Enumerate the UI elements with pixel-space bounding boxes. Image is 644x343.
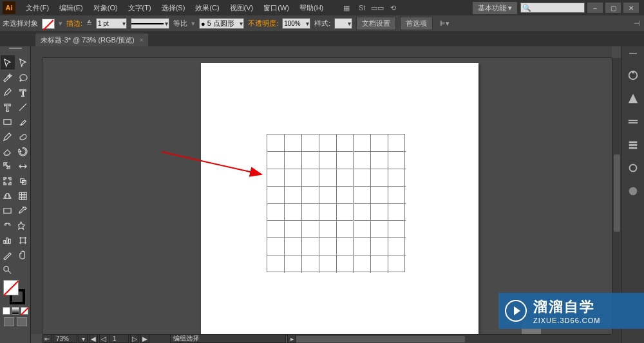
tool-selection[interactable] bbox=[1, 55, 15, 70]
tool-free-transform[interactable] bbox=[1, 174, 15, 188]
tool-hand[interactable] bbox=[16, 248, 30, 262]
close-window-button[interactable]: ✕ bbox=[623, 3, 639, 13]
tool-direct-selection[interactable] bbox=[16, 55, 30, 70]
svg-rect-7 bbox=[629, 142, 637, 144]
minimize-button[interactable]: – bbox=[587, 3, 603, 13]
tool-pencil[interactable] bbox=[1, 129, 15, 144]
tool-magic-wand[interactable] bbox=[1, 70, 15, 84]
menu-help[interactable]: 帮助(H) bbox=[294, 3, 328, 13]
fill-stroke-control[interactable] bbox=[3, 280, 28, 304]
grid-cell bbox=[302, 238, 319, 255]
tool-symbol[interactable] bbox=[16, 218, 30, 232]
tab-close-icon[interactable]: × bbox=[140, 37, 144, 44]
document-tab[interactable]: 未标题-3* @ 73% (RGB/预览) × bbox=[35, 33, 148, 46]
grid-cell bbox=[337, 221, 354, 239]
status-dropdown-icon[interactable]: ▸ bbox=[287, 334, 296, 343]
color-mode-none[interactable] bbox=[21, 307, 28, 315]
zoom-dropdown-icon[interactable]: ▾ bbox=[79, 334, 88, 343]
menu-object[interactable]: 对象(O) bbox=[88, 3, 123, 13]
menu-text[interactable]: 文字(T) bbox=[123, 3, 156, 13]
menu-effect[interactable]: 效果(C) bbox=[190, 3, 224, 13]
layers-panel-icon[interactable] bbox=[626, 184, 640, 198]
grid-cell bbox=[302, 204, 319, 221]
tool-rectangle[interactable] bbox=[1, 115, 15, 129]
bridge-icon[interactable]: ▦ bbox=[341, 3, 352, 13]
toolbox-grip[interactable] bbox=[2, 48, 29, 54]
tool-column-graph[interactable] bbox=[1, 233, 15, 247]
workspace-switcher[interactable]: 基本功能 ▾ bbox=[472, 1, 518, 15]
ruler-horizontal[interactable] bbox=[43, 46, 612, 58]
draw-mode-normal[interactable] bbox=[4, 317, 14, 326]
tool-mesh[interactable] bbox=[16, 189, 30, 203]
align-icon[interactable]: ⊫▾ bbox=[439, 19, 450, 28]
color-guide-icon[interactable] bbox=[626, 91, 640, 106]
tool-type[interactable] bbox=[16, 85, 30, 99]
fill-swatch-large[interactable] bbox=[3, 280, 19, 295]
stroke-panel-icon[interactable] bbox=[626, 115, 640, 129]
menu-window[interactable]: 窗口(W) bbox=[258, 3, 294, 13]
stock-icon[interactable]: St bbox=[357, 3, 367, 13]
symbols-panel-icon[interactable] bbox=[626, 161, 640, 175]
menu-file[interactable]: 文件(F) bbox=[21, 3, 54, 13]
dock-collapse-icon[interactable] bbox=[629, 50, 637, 54]
tool-gradient[interactable] bbox=[1, 203, 15, 218]
menu-select[interactable]: 选择(S) bbox=[156, 3, 191, 13]
artboard-last-icon[interactable]: ▶ bbox=[140, 334, 149, 343]
tool-scale[interactable] bbox=[1, 159, 15, 173]
tool-rotate[interactable] bbox=[16, 144, 30, 158]
tool-artboard[interactable] bbox=[16, 233, 30, 247]
tool-lasso[interactable] bbox=[16, 70, 30, 84]
tool-paintbrush[interactable] bbox=[16, 115, 30, 129]
arrange-icon[interactable]: ▭▭ bbox=[372, 3, 383, 13]
tool-perspective[interactable] bbox=[1, 189, 15, 203]
maximize-button[interactable]: ▢ bbox=[605, 3, 621, 13]
artboard-number[interactable]: 1 bbox=[109, 334, 129, 343]
artboard-next-icon[interactable]: ▷ bbox=[130, 334, 139, 343]
menu-edit[interactable]: 编辑(E) bbox=[54, 3, 88, 13]
tool-zoom[interactable] bbox=[1, 263, 15, 277]
tool-eyedropper[interactable] bbox=[16, 203, 30, 218]
brush-select[interactable]: ●5 点圆形 bbox=[199, 18, 244, 29]
tool-type[interactable] bbox=[1, 100, 15, 114]
tool-blob-brush[interactable] bbox=[16, 129, 30, 144]
artboard-prev2-icon[interactable]: ◁ bbox=[99, 334, 108, 343]
opacity-input[interactable]: 100% bbox=[282, 18, 310, 29]
document-setup-button[interactable]: 文档设置 bbox=[356, 17, 396, 30]
ruler-vertical[interactable] bbox=[31, 58, 43, 334]
tool-width[interactable] bbox=[16, 159, 30, 173]
scrollbar-corner bbox=[612, 334, 621, 343]
tool-slice[interactable] bbox=[1, 248, 15, 262]
color-panel-icon[interactable] bbox=[626, 68, 640, 82]
fill-swatch[interactable] bbox=[42, 19, 55, 29]
gpu-icon[interactable]: ⟲ bbox=[388, 3, 398, 13]
artboard-first-icon[interactable]: ⇤ bbox=[43, 334, 52, 343]
ruler-origin[interactable] bbox=[31, 46, 43, 58]
tool-pen[interactable] bbox=[1, 85, 15, 99]
status-bar: ⇤ 73% ▾ ◀ ◁ 1 ▷ ▶ 编组选择 ▸ bbox=[43, 334, 296, 343]
tool-shape-builder[interactable] bbox=[16, 174, 30, 188]
search-input[interactable] bbox=[533, 5, 584, 12]
search-box[interactable]: 🔍 bbox=[520, 3, 585, 13]
stroke-width-input[interactable]: 1 pt bbox=[96, 18, 127, 29]
tool-eraser[interactable] bbox=[1, 144, 15, 158]
color-mode-solid[interactable] bbox=[3, 307, 10, 315]
draw-mode-behind[interactable] bbox=[17, 317, 27, 326]
grid-cell bbox=[337, 169, 354, 187]
color-mode-gradient[interactable] bbox=[12, 307, 19, 315]
menu-view[interactable]: 视图(V) bbox=[225, 3, 259, 13]
zoom-display[interactable]: 73% bbox=[53, 334, 77, 343]
options-collapse-icon[interactable]: ⊣ bbox=[634, 19, 640, 28]
preferences-button[interactable]: 首选项 bbox=[400, 17, 433, 30]
grid-cell bbox=[319, 238, 337, 255]
grid-artwork[interactable] bbox=[267, 134, 405, 272]
brushes-panel-icon[interactable] bbox=[626, 138, 640, 152]
svg-rect-9 bbox=[629, 147, 637, 149]
tool-line[interactable] bbox=[16, 100, 30, 114]
artboard[interactable] bbox=[201, 63, 478, 334]
artboard-prev-icon[interactable]: ◀ bbox=[89, 334, 98, 343]
tool-blend[interactable] bbox=[1, 218, 15, 232]
grid-cell bbox=[302, 152, 319, 169]
tool-blank[interactable] bbox=[16, 263, 30, 277]
style-select[interactable] bbox=[334, 18, 352, 29]
stroke-profile[interactable] bbox=[131, 18, 169, 29]
